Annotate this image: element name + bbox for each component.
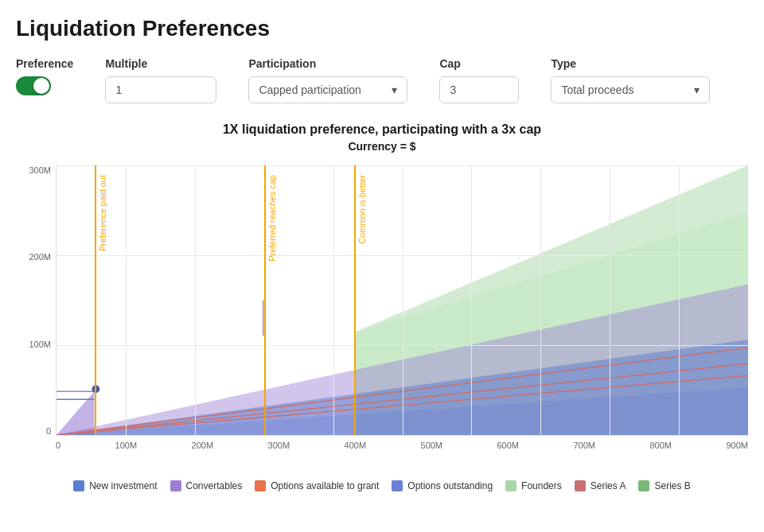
legend-series-b: Series B: [638, 480, 690, 491]
legend-series-a: Series A: [575, 480, 626, 491]
vline-common-better: Common is better: [354, 165, 356, 435]
legend-label-series-b: Series B: [654, 480, 690, 491]
legend-founders: Founders: [505, 480, 562, 491]
x-label-200: 200M: [192, 441, 214, 450]
preference-label: Preference: [16, 57, 73, 70]
type-group: Type Total proceeds ▾: [551, 57, 710, 103]
vline-preference-paid: Preference paid out: [95, 165, 96, 435]
x-label-600: 600M: [497, 441, 520, 450]
legend-options-outstanding: Options outstanding: [392, 480, 493, 491]
legend-label-series-a: Series A: [591, 480, 626, 491]
legend-label-options-grant: Options available to grant: [271, 480, 379, 491]
multiple-input[interactable]: [105, 76, 216, 103]
cap-label: Cap: [439, 57, 519, 70]
preference-group: Preference: [16, 57, 73, 95]
x-label-500: 500M: [421, 441, 443, 450]
chart-drawing-area: Preference paid out Preferred reaches ca…: [56, 165, 748, 436]
legend-new-investment: New investment: [73, 480, 157, 491]
x-label-0: 0: [56, 441, 60, 450]
participation-chevron-icon: ▾: [392, 83, 397, 96]
multiple-group: Multiple: [105, 57, 216, 103]
legend-swatch-options-outstanding: [392, 480, 403, 491]
toggle-knob: [33, 78, 49, 94]
legend-convertables: Convertables: [170, 480, 243, 491]
cap-input[interactable]: [439, 76, 519, 103]
multiple-label: Multiple: [105, 57, 216, 70]
vline-preferred-cap: Preferred reaches cap: [264, 165, 266, 435]
grid-v-800: [610, 165, 610, 435]
x-label-400: 400M: [345, 441, 367, 450]
legend-swatch-series-b: [638, 480, 649, 491]
x-label-300: 300M: [268, 441, 290, 450]
chart-legend: New investment Convertables Options avai…: [16, 480, 748, 491]
x-label-800: 800M: [649, 441, 672, 450]
page-title: Liquidation Preferences: [16, 16, 748, 41]
chart-title: 1X liquidation preference, participating…: [16, 122, 748, 137]
chart-container: 300M 200M 100M 0 Preference paid out Pre…: [16, 165, 748, 468]
type-label: Type: [551, 57, 710, 70]
legend-label-options-outstanding: Options outstanding: [407, 480, 493, 491]
participation-group: Participation Capped participation ▾: [248, 57, 407, 103]
y-axis: 300M 200M 100M 0: [16, 165, 56, 436]
legend-swatch-options-grant: [255, 480, 266, 491]
type-value: Total proceeds: [561, 83, 633, 96]
y-label-0: 0: [46, 426, 51, 436]
grid-v-700: [540, 165, 541, 435]
legend-options-grant: Options available to grant: [255, 480, 379, 491]
type-chevron-icon: ▾: [694, 83, 700, 96]
legend-label-new-investment: New investment: [89, 480, 157, 491]
legend-label-convertables: Convertables: [186, 480, 243, 491]
vline-label-cap: Preferred reaches cap: [267, 175, 277, 262]
controls-bar: Preference Multiple Participation Capped…: [16, 57, 748, 103]
legend-swatch-founders: [505, 480, 516, 491]
y-label-300: 300M: [29, 165, 51, 175]
grid-v-900: [679, 165, 680, 435]
cap-group: Cap: [439, 57, 519, 103]
vline-label-common: Common is better: [357, 175, 367, 244]
step-area-1: [57, 391, 94, 435]
chart-subtitle: Currency = $: [16, 140, 748, 153]
vline-label-preference: Preference paid out: [98, 175, 107, 251]
participation-value: Capped participation: [259, 83, 361, 96]
preference-toggle[interactable]: [16, 76, 51, 95]
grid-v-200: [195, 165, 196, 435]
y-label-200: 200M: [29, 252, 51, 262]
participation-label: Participation: [248, 57, 407, 70]
x-label-900: 900M: [726, 441, 748, 450]
grid-v-500: [403, 165, 403, 435]
grid-v-400: [333, 165, 334, 435]
legend-swatch-new-investment: [73, 480, 84, 491]
type-select[interactable]: Total proceeds ▾: [551, 76, 710, 103]
y-label-100: 100M: [29, 340, 51, 349]
x-label-700: 700M: [573, 441, 595, 450]
legend-swatch-series-a: [575, 480, 586, 491]
legend-label-founders: Founders: [521, 480, 562, 491]
x-axis: 0 100M 200M 300M 400M 500M 600M 700M 800…: [56, 436, 748, 468]
legend-swatch-convertables: [170, 480, 181, 491]
x-label-100: 100M: [115, 441, 138, 450]
grid-v-100: [126, 165, 127, 435]
participation-select[interactable]: Capped participation ▾: [248, 76, 407, 103]
grid-v-600: [471, 165, 472, 435]
